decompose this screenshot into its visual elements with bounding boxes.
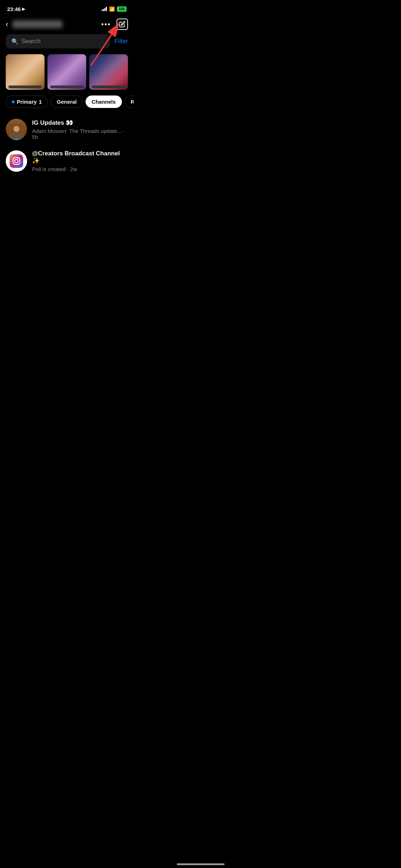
channel-info-ig-updates: IG Updates 👀 Adam Mosseri: The Threads u… xyxy=(32,119,128,140)
story-label-2 xyxy=(50,86,83,88)
channel-list: IG Updates 👀 Adam Mosseri: The Threads u… xyxy=(0,114,134,177)
tab-primary-badge: 1 xyxy=(39,99,42,105)
channel-name-creators: @Creators Broadcast Channel ✨ xyxy=(32,150,128,165)
svg-rect-5 xyxy=(11,134,21,139)
header-left: ‹ xyxy=(6,20,62,29)
instagram-logo-icon xyxy=(10,154,23,168)
channel-info-creators: @Creators Broadcast Channel ✨ Poll is cr… xyxy=(32,150,128,172)
tab-requests-label: Requests xyxy=(131,99,134,105)
tab-primary[interactable]: Primary 1 xyxy=(6,95,48,108)
tab-channels-label: Channels xyxy=(92,99,116,105)
tabs-row: Primary 1 General Channels Requests xyxy=(0,95,134,114)
story-blur-bg-1 xyxy=(6,54,45,90)
signal-bars xyxy=(102,7,107,11)
channel-avatar-creators xyxy=(6,150,27,172)
header-title-blurred xyxy=(12,20,62,28)
status-time: 23:46 ▶ xyxy=(7,6,25,12)
compose-button[interactable] xyxy=(117,19,128,30)
channel-avatar-ig-updates xyxy=(6,119,27,140)
search-bar-container: 🔍 Search Filter xyxy=(0,34,134,54)
search-bar[interactable]: 🔍 Search xyxy=(6,34,110,48)
signal-bar-2 xyxy=(103,9,104,11)
tab-requests[interactable]: Requests xyxy=(125,95,134,108)
channel-item-ig-updates[interactable]: IG Updates 👀 Adam Mosseri: The Threads u… xyxy=(6,114,128,145)
search-icon: 🔍 xyxy=(11,38,19,45)
channel-time-creators: 2w xyxy=(70,166,77,172)
header: ‹ ••• xyxy=(0,16,134,34)
story-label-3 xyxy=(92,86,125,88)
story-item-2[interactable] xyxy=(47,54,86,90)
battery-icon: 100 xyxy=(117,6,127,12)
filter-button[interactable]: Filter xyxy=(114,38,128,45)
status-icons: 📶 100 xyxy=(102,6,127,12)
search-placeholder-text: Search xyxy=(21,38,41,45)
tab-primary-label: Primary xyxy=(17,99,37,105)
avatar-person-bg xyxy=(6,119,27,140)
svg-point-9 xyxy=(19,158,20,159)
location-icon: ▶ xyxy=(22,7,25,11)
tab-general[interactable]: General xyxy=(51,95,83,108)
signal-bar-1 xyxy=(102,10,103,11)
signal-bar-3 xyxy=(104,8,106,11)
svg-point-3 xyxy=(14,126,20,132)
stories-row xyxy=(0,54,134,95)
channel-separator-ig: · xyxy=(123,128,124,134)
signal-bar-4 xyxy=(106,7,107,11)
back-button[interactable]: ‹ xyxy=(6,20,8,29)
story-item-1[interactable] xyxy=(6,54,45,90)
channel-preview-ig-updates: Adam Mosseri: The Threads update... · 5h xyxy=(32,128,128,140)
story-label-1 xyxy=(9,86,42,88)
primary-dot xyxy=(12,100,15,103)
channel-item-creators[interactable]: @Creators Broadcast Channel ✨ Poll is cr… xyxy=(6,145,128,177)
more-options-button[interactable]: ••• xyxy=(101,20,111,29)
channel-preview-text-creators: Poll is created xyxy=(32,166,66,172)
tab-general-label: General xyxy=(57,99,77,105)
channel-name-ig-updates: IG Updates 👀 xyxy=(32,119,128,126)
svg-rect-6 xyxy=(10,154,23,168)
tab-channels[interactable]: Channels xyxy=(86,95,122,108)
story-item-3[interactable] xyxy=(89,54,128,90)
compose-icon xyxy=(119,21,125,27)
status-bar: 23:46 ▶ 📶 100 xyxy=(0,0,134,16)
story-blur-bg-3 xyxy=(89,54,128,90)
person-silhouette xyxy=(9,123,24,140)
header-right: ••• xyxy=(101,19,128,30)
channel-preview-text-ig: Adam Mosseri: The Threads update... xyxy=(32,128,122,134)
time-display: 23:46 xyxy=(7,6,21,12)
channel-preview-creators: Poll is created · 2w xyxy=(32,166,128,172)
wifi-icon: 📶 xyxy=(109,6,115,12)
channel-time-ig: 5h xyxy=(32,134,38,140)
avatar-creators-bg xyxy=(6,150,27,172)
channel-separator-creators: · xyxy=(67,166,70,172)
story-blur-bg-2 xyxy=(47,54,86,90)
